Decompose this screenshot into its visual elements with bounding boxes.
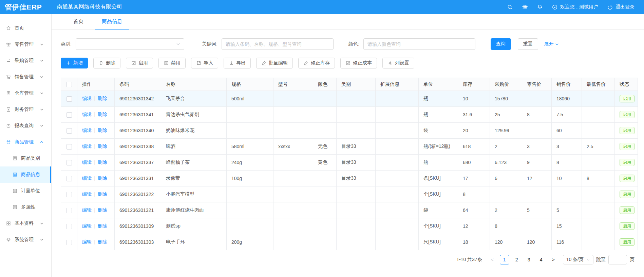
page-button-3[interactable]: 3	[524, 255, 534, 264]
导入-button[interactable]: 导入	[191, 58, 218, 68]
next-page-button[interactable]: >	[549, 255, 558, 264]
expand-filters-link[interactable]: 展开	[544, 41, 559, 47]
edit-link[interactable]: 编辑	[82, 112, 92, 117]
status-badge[interactable]: 启用	[620, 111, 634, 118]
edit-link[interactable]: 编辑	[82, 127, 92, 133]
status-badge[interactable]: 启用	[620, 143, 634, 150]
jump-to-input[interactable]	[608, 255, 627, 264]
reset-button[interactable]: 重置	[518, 38, 538, 50]
edit-link[interactable]: 编辑	[82, 191, 92, 197]
row-checkbox[interactable]	[67, 192, 72, 197]
sidebar-item-报表查询[interactable]: 报表查询	[0, 118, 51, 134]
status-badge[interactable]: 启用	[620, 222, 634, 230]
delete-link[interactable]: 删除	[98, 143, 107, 149]
status-badge[interactable]: 启用	[620, 206, 634, 214]
user-menu[interactable]: 欢迎您，测试用户	[552, 4, 598, 10]
row-actions-cell: 编辑|删除	[77, 91, 115, 107]
导出-button[interactable]: 导出	[224, 58, 251, 68]
sidebar-subitem-多属性[interactable]: 多属性	[0, 199, 51, 215]
search-button[interactable]: 查询	[491, 38, 511, 50]
cell-ext	[376, 171, 419, 186]
cell-sale: 10	[552, 171, 582, 186]
top-header-bar: 管伊佳ERP 南通某某网络科技有限公司 欢迎您，测试用户	[0, 0, 644, 14]
tab-商品信息[interactable]: 商品信息	[95, 14, 129, 29]
delete-link[interactable]: 删除	[98, 175, 107, 181]
select-all-checkbox[interactable]	[67, 82, 72, 87]
row-checkbox[interactable]	[67, 224, 72, 229]
delete-link[interactable]: 删除	[98, 223, 107, 229]
status-badge[interactable]: 启用	[620, 238, 634, 246]
search-icon[interactable]	[507, 4, 513, 10]
logout-button[interactable]: 退出登录	[607, 4, 634, 10]
edit-link[interactable]: 编辑	[82, 96, 92, 101]
status-badge[interactable]: 启用	[620, 191, 634, 198]
row-checkbox[interactable]	[67, 240, 72, 245]
row-checkbox[interactable]	[67, 128, 72, 134]
page-button-1[interactable]: 1	[500, 255, 509, 264]
edit-link[interactable]: 编辑	[82, 223, 92, 229]
sidebar-item-label: 仓库管理	[15, 90, 34, 96]
sidebar-subitem-计量单位[interactable]: 计量单位	[0, 183, 51, 199]
erp-app: 管伊佳ERP 南通某某网络科技有限公司 欢迎您，测试用户	[0, 0, 644, 277]
sidebar-item-销售管理[interactable]: 销售管理	[0, 69, 51, 85]
列设置-button[interactable]: 列设置	[382, 58, 414, 68]
修正成本-button[interactable]: 修正成本	[340, 58, 377, 68]
row-checkbox[interactable]	[67, 160, 72, 165]
row-checkbox[interactable]	[67, 176, 72, 181]
delete-link[interactable]: 删除	[98, 191, 107, 197]
edit-link[interactable]: 编辑	[82, 143, 92, 149]
sidebar-subitem-商品信息[interactable]: 商品信息	[0, 166, 51, 183]
row-checkbox[interactable]	[67, 144, 72, 150]
table-toolbar: 新增删除启用禁用导入导出批量编辑修正库存修正成本列设置	[52, 50, 644, 68]
cell-status: 启用	[615, 234, 638, 250]
delete-link[interactable]: 删除	[98, 239, 107, 244]
sidebar-item-系统管理[interactable]: 系统管理	[0, 232, 51, 248]
sidebar-item-零售管理[interactable]: 零售管理	[0, 36, 51, 53]
page-size-select[interactable]: 10 条/页	[563, 255, 593, 264]
sidebar-item-首页[interactable]: 首页	[0, 20, 51, 36]
启用-button[interactable]: 启用	[126, 58, 153, 68]
row-checkbox[interactable]	[67, 112, 72, 118]
keyword-input[interactable]	[226, 41, 329, 47]
sidebar-item-采购管理[interactable]: 采购管理	[0, 53, 51, 69]
sidebar-subitem-商品类别[interactable]: 商品类别	[0, 150, 51, 166]
edit-link[interactable]: 编辑	[82, 159, 92, 165]
tab-首页[interactable]: 首页	[67, 14, 90, 29]
delete-link[interactable]: 删除	[98, 127, 107, 133]
status-badge[interactable]: 启用	[620, 175, 634, 182]
修正库存-button[interactable]: 修正库存	[298, 58, 335, 68]
delete-link[interactable]: 删除	[98, 159, 107, 165]
column-header-采购价: 采购价	[490, 78, 522, 91]
bank-icon[interactable]	[522, 4, 528, 10]
page-button-4[interactable]: 4	[536, 255, 546, 264]
批量编辑-button[interactable]: 批量编辑	[256, 58, 293, 68]
新增-button[interactable]: 新增	[61, 58, 88, 68]
sidebar-item-财务管理[interactable]: 财务管理	[0, 101, 51, 118]
删除-button[interactable]: 删除	[93, 58, 120, 68]
delete-link[interactable]: 删除	[98, 96, 107, 101]
delete-link[interactable]: 删除	[98, 207, 107, 213]
sidebar-item-仓库管理[interactable]: 仓库管理	[0, 85, 51, 101]
table-row: 编辑|删除6901236301338啤酒580mlxxsxx无色目录33瓶/(箱…	[61, 139, 638, 155]
prev-page-button[interactable]: <	[488, 255, 497, 264]
color-input[interactable]	[367, 41, 471, 47]
sidebar-item-基本资料[interactable]: 基本资料	[0, 215, 51, 232]
edit-link[interactable]: 编辑	[82, 175, 92, 181]
status-badge[interactable]: 启用	[620, 127, 634, 134]
row-checkbox[interactable]	[67, 208, 72, 213]
status-badge[interactable]: 启用	[620, 95, 634, 102]
edit-link[interactable]: 编辑	[82, 239, 92, 244]
category-select[interactable]	[76, 38, 184, 50]
sidebar-menu: 首页零售管理采购管理销售管理仓库管理财务管理报表查询商品管理商品类别商品信息计量…	[0, 14, 52, 277]
chevron-down-icon	[40, 238, 44, 242]
row-checkbox[interactable]	[67, 96, 72, 102]
status-badge[interactable]: 启用	[620, 159, 634, 166]
cell-category	[337, 186, 376, 202]
禁用-button[interactable]: 禁用	[158, 58, 186, 68]
sidebar-item-商品管理[interactable]: 商品管理	[0, 134, 51, 150]
cell-retail: 9	[522, 155, 552, 171]
edit-link[interactable]: 编辑	[82, 207, 92, 213]
delete-link[interactable]: 删除	[98, 112, 107, 117]
bell-icon[interactable]	[537, 4, 543, 10]
page-button-2[interactable]: 2	[512, 255, 522, 264]
